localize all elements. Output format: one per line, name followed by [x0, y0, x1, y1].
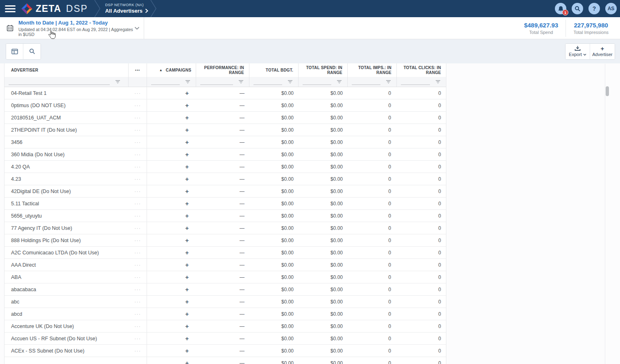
column-header-performance[interactable]: PERFORMANCE: IN RANGE	[196, 63, 249, 77]
table-row[interactable]: 04-Retail Test 1 ··· + — $0.00 $0.00 0 0	[5, 87, 446, 99]
export-button[interactable]: Export	[566, 44, 590, 59]
expand-campaigns-cell[interactable]: +	[147, 210, 196, 222]
row-menu-icon[interactable]: ···	[129, 308, 147, 320]
row-menu-icon[interactable]: ···	[129, 161, 147, 173]
advertiser-name-cell[interactable]: 888 Holdings Plc (Do Not Use)	[5, 234, 129, 246]
add-advertiser-button[interactable]: + Advertiser	[590, 44, 615, 59]
table-row[interactable]: abcd ··· + — $0.00 $0.00 0 0	[5, 308, 446, 320]
table-row[interactable]: 20180516_UAT_ACM ··· + — $0.00 $0.00 0 0	[5, 112, 446, 124]
chevron-down-icon[interactable]	[134, 27, 140, 30]
column-header-total-clicks[interactable]: TOTAL CLICKS: IN RANGE	[397, 63, 446, 77]
table-row[interactable]: 4.23 ··· + — $0.00 $0.00 0 0	[5, 173, 446, 185]
filter-icon[interactable]	[336, 80, 342, 84]
advertiser-name-cell[interactable]: abacabaca	[5, 283, 129, 295]
expand-campaigns-cell[interactable]: +	[147, 148, 196, 160]
advertiser-name-cell[interactable]: 4.20 QA	[5, 161, 129, 173]
row-menu-icon[interactable]: ···	[129, 283, 147, 295]
filter-icon[interactable]	[238, 80, 244, 84]
expand-campaigns-cell[interactable]: +	[147, 259, 196, 271]
table-row[interactable]: 5.11 Tactical ··· + — $0.00 $0.00 0 0	[5, 198, 446, 210]
user-avatar[interactable]: AS	[605, 3, 617, 14]
advertiser-name-cell[interactable]	[5, 357, 129, 364]
expand-campaigns-cell[interactable]: +	[147, 345, 196, 357]
advertiser-name-cell[interactable]: 20180516_UAT_ACM	[5, 112, 129, 124]
table-row[interactable]: 360 Midia (Do Not Use) ··· + — $0.00 $0.…	[5, 148, 446, 161]
date-range-selector[interactable]: Month to Date | Aug 1, 2022 - Today Upda…	[0, 17, 144, 39]
hamburger-menu-icon[interactable]	[5, 4, 16, 14]
filter-total-clicks[interactable]	[397, 77, 446, 87]
scrollbar-track[interactable]	[605, 64, 605, 364]
advertiser-name-cell[interactable]: 3456	[5, 136, 129, 148]
column-header-campaigns[interactable]: ▲ CAMPAIGNS	[147, 63, 196, 77]
row-menu-icon[interactable]: ···	[129, 112, 147, 124]
expand-campaigns-cell[interactable]: +	[147, 173, 196, 185]
expand-campaigns-cell[interactable]: +	[147, 185, 196, 197]
expand-campaigns-cell[interactable]: +	[147, 161, 196, 173]
row-menu-icon[interactable]: ···	[129, 271, 147, 283]
advertiser-name-cell[interactable]: 77 Agency IT (Do Not Use)	[5, 222, 129, 234]
advertiser-name-cell[interactable]: Accenture UK (Do Not Use)	[5, 320, 129, 332]
expand-campaigns-cell[interactable]: +	[147, 198, 196, 209]
advertiser-name-cell[interactable]: ACEx - SS Subnet (Do Not Use)	[5, 345, 129, 357]
row-menu-icon[interactable]: ···	[129, 345, 147, 357]
advertiser-name-cell[interactable]: 4.23	[5, 173, 129, 185]
advertiser-name-cell[interactable]: ABA	[5, 271, 129, 283]
row-menu-icon[interactable]	[129, 357, 147, 364]
advertiser-name-cell[interactable]: abcd	[5, 308, 129, 320]
row-menu-icon[interactable]: ···	[129, 333, 147, 344]
row-menu-icon[interactable]: ···	[129, 234, 147, 246]
table-row[interactable]: ACEx - SS Subnet (Do Not Use) ··· + — $0…	[5, 345, 446, 357]
expand-campaigns-cell[interactable]: +	[147, 112, 196, 124]
table-row[interactable]: 5656_utyuytu ··· + — $0.00 $0.00 0 0	[5, 210, 446, 222]
expand-campaigns-cell[interactable]: +	[147, 136, 196, 148]
expand-campaigns-cell[interactable]: +	[147, 234, 196, 246]
help-button[interactable]: ?	[588, 3, 600, 14]
expand-campaigns-cell[interactable]: +	[147, 271, 196, 283]
advertiser-name-cell[interactable]: 360 Midia (Do Not Use)	[5, 148, 129, 160]
brand-logo[interactable]: ZETA DSP	[21, 3, 88, 14]
expand-campaigns-cell[interactable]: +	[147, 99, 196, 111]
row-menu-icon[interactable]: ···	[129, 247, 147, 258]
notifications-button[interactable]: 1	[555, 3, 566, 14]
advertiser-name-cell[interactable]: 04-Retail Test 1	[5, 87, 129, 99]
filter-total-spend[interactable]	[299, 77, 348, 87]
row-menu-icon[interactable]: ···	[129, 259, 147, 271]
table-row[interactable]: 4.20 QA ··· + — $0.00 $0.00 0 0	[5, 161, 446, 173]
filter-campaigns[interactable]	[147, 77, 196, 87]
table-row[interactable]: Accenture UK (Do Not Use) ··· + — $0.00 …	[5, 320, 446, 333]
table-row[interactable]: abacabaca ··· + — $0.00 $0.00 0 0	[5, 283, 446, 296]
column-header-total-budget[interactable]: TOTAL BDGT.	[249, 63, 299, 77]
filter-icon[interactable]	[185, 80, 191, 84]
column-header-total-spend[interactable]: TOTAL SPEND: IN RANGE	[299, 63, 348, 77]
filter-total-budget[interactable]	[249, 77, 299, 87]
advertiser-name-cell[interactable]: Accuen US - RF Subnet (Do Not Use)	[5, 333, 129, 344]
column-header-advertiser[interactable]: ADVERTISER	[5, 63, 129, 77]
table-row[interactable]: A2C Comunicacao LTDA (Do Not Use) ··· + …	[5, 247, 446, 259]
advertiser-name-cell[interactable]: AAA Direct	[5, 259, 129, 271]
table-row[interactable]: 0ptimus (DO NOT USE) ··· + — $0.00 $0.00…	[5, 99, 446, 112]
expand-campaigns-cell[interactable]: +	[147, 333, 196, 344]
advertiser-name-cell[interactable]: 42Digital DE (Do Not Use)	[5, 185, 129, 197]
advertiser-name-cell[interactable]: abc	[5, 296, 129, 308]
filter-icon[interactable]	[435, 80, 441, 84]
table-row[interactable]: 77 Agency IT (Do Not Use) ··· + — $0.00 …	[5, 222, 446, 234]
grid-search-button[interactable]	[23, 44, 41, 59]
table-row[interactable]: abc ··· + — $0.00 $0.00 0 0	[5, 296, 446, 308]
table-row[interactable]: AAA Direct ··· + — $0.00 $0.00 0 0	[5, 259, 446, 271]
breadcrumb[interactable]: DSP NETWORK (NA) All Advertisers	[105, 3, 148, 14]
row-menu-icon[interactable]: ···	[129, 124, 147, 136]
expand-campaigns-cell[interactable]: +	[147, 222, 196, 234]
search-button[interactable]	[572, 3, 583, 14]
advertiser-name-cell[interactable]: 2THEPOINT IT (Do Not Use)	[5, 124, 129, 136]
row-menu-icon[interactable]: ···	[129, 320, 147, 332]
filter-total-impressions[interactable]	[348, 77, 397, 87]
advertiser-name-cell[interactable]: 0ptimus (DO NOT USE)	[5, 99, 129, 111]
expand-campaigns-cell[interactable]: +	[147, 296, 196, 308]
table-row[interactable]: Accuen US - RF Subnet (Do Not Use) ··· +…	[5, 333, 446, 345]
row-menu-icon[interactable]: ···	[129, 136, 147, 148]
scrollbar-thumb[interactable]	[606, 86, 609, 96]
row-menu-icon[interactable]: ···	[129, 87, 147, 99]
row-menu-icon[interactable]: ···	[129, 198, 147, 209]
filter-advertiser[interactable]	[5, 77, 129, 87]
advertiser-name-cell[interactable]: 5.11 Tactical	[5, 198, 129, 209]
